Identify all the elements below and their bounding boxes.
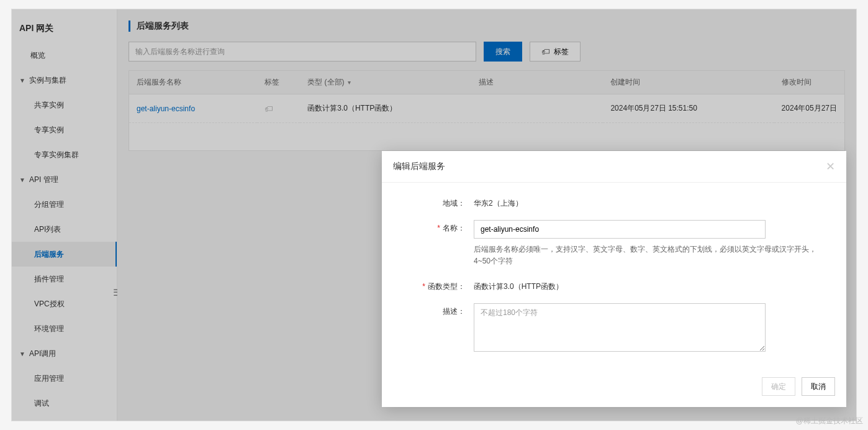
- modal-header: 编辑后端服务 ✕: [382, 151, 846, 183]
- name-input[interactable]: [474, 220, 766, 239]
- fn-type-value: 函数计算3.0（HTTP函数）: [474, 278, 835, 292]
- modal-title: 编辑后端服务: [393, 161, 445, 172]
- region-value: 华东2（上海）: [474, 195, 835, 209]
- fn-type-label: 函数类型：: [428, 282, 465, 291]
- watermark: @稀土掘金技术社区: [796, 416, 863, 426]
- edit-backend-modal: 编辑后端服务 ✕ 地域： 华东2（上海） *名称： 后端服务名称必须唯一，支持汉…: [382, 151, 846, 407]
- ok-button[interactable]: 确定: [762, 377, 795, 396]
- ok-button-label: 确定: [771, 382, 786, 392]
- cancel-button[interactable]: 取消: [802, 377, 835, 396]
- close-icon[interactable]: ✕: [826, 160, 835, 173]
- required-icon: *: [437, 224, 440, 232]
- required-icon: *: [422, 282, 425, 291]
- desc-label: 描述：: [443, 307, 465, 316]
- desc-textarea[interactable]: [474, 303, 766, 352]
- region-label: 地域：: [443, 199, 465, 208]
- name-hint: 后端服务名称必须唯一，支持汉字、英文字母、数字、英文格式的下划线，必须以英文字母…: [474, 244, 821, 267]
- modal-body: 地域： 华东2（上海） *名称： 后端服务名称必须唯一，支持汉字、英文字母、数字…: [382, 183, 846, 368]
- cancel-button-label: 取消: [811, 382, 826, 392]
- window-frame: API 网关 概览 ▼ 实例与集群 共享实例 专享实例 专享实例集群 ▼ API…: [11, 9, 857, 421]
- name-label: 名称：: [443, 224, 465, 232]
- modal-footer: 确定 取消: [382, 368, 846, 407]
